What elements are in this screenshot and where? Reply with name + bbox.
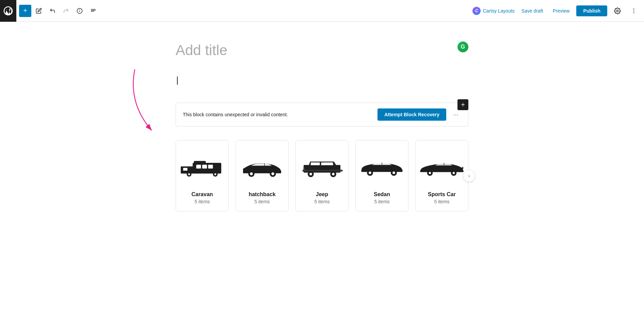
pencil-icon: [36, 8, 42, 14]
svg-rect-31: [303, 170, 343, 171]
redo-button[interactable]: [60, 5, 72, 17]
undo-icon: [49, 8, 55, 14]
cartsy-layouts-link[interactable]: C Cartsy Layouts: [472, 7, 514, 15]
svg-point-8: [633, 10, 634, 11]
svg-point-43: [392, 171, 395, 174]
jeep-icon: [295, 151, 349, 185]
caravan-name: Caravan: [191, 191, 213, 198]
jeep-name: Jeep: [316, 191, 328, 198]
editor-cursor-area[interactable]: [176, 72, 468, 89]
grammarly-icon: G: [457, 41, 468, 52]
svg-point-41: [369, 171, 371, 174]
redo-icon: [63, 8, 69, 14]
svg-point-7: [633, 8, 634, 9]
invalid-block-actions: Attempt Block Recovery ···: [377, 108, 461, 121]
vehicle-card-hatchback[interactable]: hatchback 5 items: [236, 140, 289, 211]
svg-rect-16: [183, 168, 188, 171]
sedan-icon: [355, 151, 409, 185]
post-title[interactable]: Add title: [176, 42, 468, 58]
svg-point-25: [250, 172, 253, 175]
svg-point-37: [332, 173, 335, 175]
more-vertical-icon: [630, 7, 637, 14]
vehicle-card-caravan[interactable]: Caravan 5 items: [176, 140, 229, 211]
block-more-options-button[interactable]: ···: [450, 109, 461, 120]
svg-point-9: [633, 12, 634, 13]
hatchback-icon: [235, 151, 289, 185]
svg-point-20: [214, 173, 216, 175]
wordpress-icon: [3, 5, 14, 16]
carousel-next-label: ›: [468, 173, 470, 178]
info-icon: [77, 8, 83, 14]
svg-rect-13: [196, 165, 201, 169]
svg-point-27: [271, 172, 274, 175]
invalid-block-notice: This block contains unexpected or invali…: [176, 103, 468, 126]
svg-rect-47: [462, 167, 463, 169]
tools-button[interactable]: [33, 5, 45, 17]
caravan-count: 5 items: [194, 199, 210, 204]
sports-car-name: Sports Car: [428, 191, 456, 198]
svg-point-6: [617, 10, 618, 12]
svg-rect-21: [194, 161, 206, 163]
text-cursor: [177, 76, 178, 85]
toolbar-right-actions: C Cartsy Layouts Save draft Preview Publ…: [472, 5, 640, 17]
svg-rect-29: [311, 162, 320, 165]
save-draft-label: Save draft: [521, 8, 543, 14]
list-view-icon: [90, 8, 96, 14]
preview-label: Preview: [553, 8, 570, 14]
svg-rect-14: [202, 165, 207, 169]
invalid-block-message: This block contains unexpected or invali…: [183, 112, 288, 117]
svg-point-49: [429, 172, 431, 174]
svg-point-35: [309, 173, 312, 175]
recovery-button-label: Attempt Block Recovery: [384, 112, 439, 117]
cartsy-label: Cartsy Layouts: [483, 8, 514, 14]
svg-rect-15: [208, 165, 213, 169]
add-block-button[interactable]: +: [19, 5, 31, 17]
sedan-count: 5 items: [374, 199, 389, 204]
preview-button[interactable]: Preview: [550, 6, 573, 16]
svg-rect-30: [321, 162, 333, 165]
attempt-block-recovery-button[interactable]: Attempt Block Recovery: [377, 108, 446, 121]
carousel-next-button[interactable]: ›: [463, 170, 475, 182]
vehicle-card-jeep[interactable]: Jeep 5 items: [295, 140, 349, 211]
caravan-icon: [175, 151, 229, 185]
hatchback-name: hatchback: [248, 191, 275, 198]
list-view-button[interactable]: [87, 5, 99, 17]
undo-button[interactable]: [46, 5, 59, 17]
annotation-arrow: [114, 63, 182, 142]
svg-rect-44: [420, 170, 463, 172]
publish-label: Publish: [583, 8, 600, 14]
title-placeholder: Add title: [176, 42, 227, 58]
toolbar-left-actions: +: [19, 5, 472, 17]
sports-car-count: 5 items: [434, 199, 449, 204]
cartsy-icon: C: [472, 7, 481, 15]
vehicles-carousel: Caravan 5 items hatchback: [176, 140, 468, 211]
jeep-count: 5 items: [314, 199, 329, 204]
sports-car-icon: [415, 151, 469, 185]
more-options-button[interactable]: [628, 5, 640, 17]
svg-point-51: [453, 172, 455, 174]
vehicle-card-sedan[interactable]: Sedan 5 items: [355, 140, 408, 211]
svg-point-18: [188, 173, 190, 175]
vehicle-card-sportscar[interactable]: Sports Car 5 items: [415, 140, 468, 211]
info-button[interactable]: [74, 5, 86, 17]
sedan-name: Sedan: [374, 191, 390, 198]
settings-button[interactable]: [611, 5, 624, 17]
editor-area: G + Add title This block contains unexpe…: [169, 22, 475, 225]
hatchback-count: 5 items: [254, 199, 270, 204]
add-block-inline-button[interactable]: +: [457, 99, 468, 110]
gear-icon: [614, 7, 621, 14]
block-more-label: ···: [453, 111, 458, 118]
toolbar: +: [0, 0, 644, 22]
publish-button[interactable]: Publish: [576, 5, 607, 16]
wordpress-logo[interactable]: [0, 0, 16, 22]
save-draft-button[interactable]: Save draft: [519, 6, 546, 16]
